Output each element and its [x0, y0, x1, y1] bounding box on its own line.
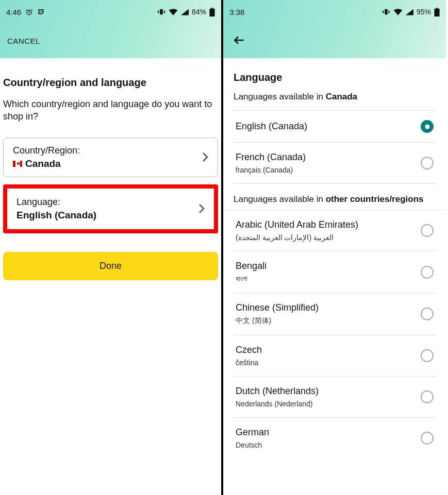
alarm-icon	[25, 8, 33, 16]
radio-icon	[421, 224, 434, 237]
vibrate-icon	[382, 8, 390, 15]
wifi-icon	[393, 8, 403, 15]
done-button[interactable]: Done	[3, 252, 218, 280]
svg-rect-3	[211, 8, 213, 9]
country-region-card[interactable]: Country/Region: Canada	[3, 138, 218, 177]
settings-pane: 4:46 84%	[0, 0, 223, 495]
language-card-highlight: Language: English (Canada)	[3, 184, 218, 233]
battery-icon	[434, 8, 440, 16]
nav-bar	[223, 24, 446, 58]
svg-rect-2	[209, 8, 214, 16]
language-option[interactable]: Dutch (Netherlands)Nederlands (Nederland…	[223, 377, 446, 417]
language-card[interactable]: Language: English (Canada)	[10, 192, 211, 226]
language-select-pane: 3:38 95%	[223, 0, 446, 495]
country-label: Country/Region:	[13, 145, 202, 156]
svg-rect-1	[160, 9, 162, 15]
language-option[interactable]: Bengaliবাংলা	[223, 251, 446, 293]
language-native: Nederlands (Nederland)	[236, 400, 421, 408]
radio-icon	[421, 157, 434, 169]
svg-rect-6	[436, 8, 438, 9]
header-area: 4:46 84%	[0, 0, 221, 58]
language-title: Language	[234, 72, 436, 83]
arrow-left-icon	[233, 33, 246, 47]
language-name: Arabic (United Arab Emirates)	[236, 219, 421, 230]
svg-rect-5	[434, 8, 439, 16]
language-name: English (Canada)	[236, 121, 421, 132]
language-option[interactable]: English (Canada)	[223, 111, 446, 142]
language-name: French (Canada)	[236, 152, 421, 163]
status-time: 3:38	[229, 8, 244, 16]
page-question: Which country/region and language do you…	[3, 98, 218, 123]
country-value: Canada	[25, 158, 61, 169]
page-title: Country/region and language	[3, 77, 218, 89]
radio-icon	[421, 349, 434, 362]
vibrate-icon	[157, 8, 165, 15]
other-regions-label: Languages available in other countries/r…	[223, 184, 446, 210]
nav-bar: CANCEL	[0, 24, 221, 58]
status-time: 4:46	[6, 8, 21, 16]
content-area: Country/region and language Which countr…	[0, 58, 221, 283]
twitch-icon	[37, 8, 45, 16]
battery-percent: 84%	[192, 8, 206, 16]
radio-icon	[421, 266, 434, 279]
language-option[interactable]: GermanDeutsch	[223, 418, 446, 458]
language-option[interactable]: French (Canada)français (Canada)	[223, 143, 446, 183]
language-value: English (Canada)	[16, 210, 96, 221]
language-native: Deutsch	[236, 441, 421, 449]
language-option[interactable]: Czechčeština	[223, 335, 446, 376]
language-option[interactable]: Arabic (United Arab Emirates)العربية (ال…	[223, 210, 446, 251]
chevron-right-icon	[202, 152, 208, 162]
language-name: Chinese (Simplified)	[236, 302, 421, 313]
status-bar: 3:38 95%	[223, 0, 446, 24]
language-native: čeština	[236, 359, 421, 367]
battery-percent: 95%	[417, 8, 431, 16]
radio-icon	[421, 432, 434, 445]
language-native: 中文 (简体)	[236, 316, 421, 326]
language-native: français (Canada)	[236, 166, 421, 174]
cancel-button[interactable]: CANCEL	[7, 37, 40, 45]
back-button[interactable]	[230, 31, 248, 50]
language-option[interactable]: Chinese (Simplified)中文 (简体)	[223, 293, 446, 335]
language-native: العربية (الإمارات العربية المتحدة)	[236, 233, 421, 242]
svg-rect-4	[385, 9, 387, 15]
available-in-label: Languages available in Canada	[234, 92, 436, 102]
language-name: Bengali	[236, 261, 421, 271]
language-native: বাংলা	[236, 275, 421, 283]
radio-icon	[421, 308, 434, 320]
wifi-icon	[169, 8, 178, 15]
language-list: Language Languages available in Canada E…	[223, 58, 446, 495]
signal-icon	[406, 9, 413, 15]
canada-flag-icon	[13, 161, 22, 167]
chevron-right-icon	[198, 203, 205, 214]
signal-icon	[181, 9, 189, 15]
radio-icon	[421, 120, 434, 133]
language-name: Dutch (Netherlands)	[236, 386, 421, 397]
battery-icon	[209, 8, 215, 16]
language-label: Language:	[16, 197, 198, 208]
radio-icon	[421, 390, 434, 403]
status-bar: 4:46 84%	[0, 0, 221, 24]
language-name: Czech	[236, 345, 421, 355]
language-name: German	[236, 427, 421, 438]
